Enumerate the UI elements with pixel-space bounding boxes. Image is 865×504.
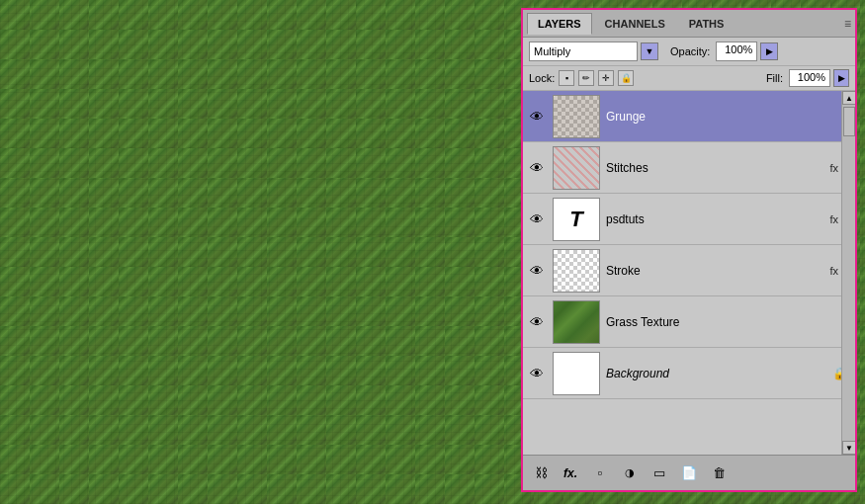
thumb-grunge-img — [554, 96, 599, 137]
layer-fx-stitches: fx — [830, 162, 839, 174]
layers-list: 👁 Grunge 👁 Stitches fx ▼ 👁 T psdtuts fx … — [523, 91, 855, 455]
add-mask-icon[interactable]: ▫ — [588, 462, 612, 485]
scrollbar-down-btn[interactable]: ▼ — [842, 441, 855, 455]
scrollbar-thumb[interactable] — [843, 107, 855, 136]
panel-menu-icon[interactable]: ≡ — [844, 17, 851, 31]
layer-row-stroke[interactable]: 👁 Stroke fx ▼ — [523, 245, 855, 296]
layer-name-background: Background — [606, 367, 832, 380]
blend-mode-row: Multiply ▼ Opacity: 100% ▶ — [523, 38, 855, 66]
layer-row-psdtuts[interactable]: 👁 T psdtuts fx ▼ — [523, 194, 855, 245]
thumb-grass-img — [554, 301, 599, 343]
layer-thumb-grunge — [553, 95, 600, 138]
layer-eye-psdtuts[interactable]: 👁 — [527, 210, 547, 229]
opacity-input[interactable]: 100% — [716, 42, 757, 61]
layer-row-grass-texture[interactable]: 👁 Grass Texture — [523, 296, 855, 348]
layer-name-grass-texture: Grass Texture — [606, 315, 851, 329]
layer-row-stitches[interactable]: 👁 Stitches fx ▼ — [523, 142, 855, 194]
fill-input[interactable]: 100% — [789, 69, 830, 87]
fill-label: Fill: — [766, 72, 783, 84]
blend-mode-arrow[interactable]: ▼ — [641, 42, 658, 60]
link-layers-icon[interactable]: ⛓ — [529, 462, 553, 485]
layer-row-background[interactable]: 👁 Background 🔒 — [523, 348, 855, 399]
layer-thumb-stitches — [553, 146, 600, 190]
group-layers-icon[interactable]: ▭ — [648, 462, 671, 485]
lock-transparent-icon[interactable]: ▪ — [559, 70, 574, 86]
thumb-text-img: T — [554, 199, 599, 240]
opacity-label: Opacity: — [670, 45, 710, 57]
blend-mode-select[interactable]: Multiply — [529, 42, 638, 61]
layer-eye-stitches[interactable]: 👁 — [527, 158, 547, 178]
scrollbar-up-btn[interactable]: ▲ — [842, 91, 855, 105]
tab-paths[interactable]: PATHS — [678, 13, 735, 35]
tab-bar: LAYERS CHANNELS PATHS ≡ — [523, 10, 855, 38]
layer-eye-background[interactable]: 👁 — [527, 364, 547, 383]
layers-panel: LAYERS CHANNELS PATHS ≡ Multiply ▼ Opaci… — [521, 8, 857, 492]
layer-name-psdtuts: psdtuts — [606, 212, 830, 226]
layer-thumb-grass-texture — [553, 300, 600, 344]
layer-name-stroke: Stroke — [606, 264, 830, 278]
layer-name-grunge: Grunge — [606, 110, 851, 124]
scrollbar-track[interactable]: ▲ ▼ — [841, 91, 855, 455]
layer-thumb-stroke — [553, 249, 600, 293]
add-fx-icon[interactable]: fx. — [559, 462, 582, 485]
lock-all-icon[interactable]: 🔒 — [618, 70, 634, 86]
delete-layer-icon[interactable]: 🗑 — [707, 462, 731, 485]
lock-paint-icon[interactable]: ✏ — [578, 70, 594, 86]
lock-row: Lock: ▪ ✏ ✛ 🔒 Fill: 100% ▶ — [523, 66, 855, 91]
layer-eye-grass-texture[interactable]: 👁 — [527, 312, 547, 332]
tab-layers[interactable]: LAYERS — [527, 13, 592, 35]
lock-label: Lock: — [529, 72, 555, 84]
thumb-stroke-img — [554, 250, 599, 292]
layer-eye-grunge[interactable]: 👁 — [527, 107, 547, 126]
blend-mode-value: Multiply — [534, 45, 570, 57]
tab-channels[interactable]: CHANNELS — [594, 13, 676, 35]
fill-arrow[interactable]: ▶ — [833, 69, 849, 87]
adjustment-icon[interactable]: ◑ — [618, 462, 642, 485]
layer-row-grunge[interactable]: 👁 Grunge — [523, 91, 855, 142]
layer-name-stitches: Stitches — [606, 161, 830, 175]
layer-thumb-background — [553, 352, 600, 395]
layer-fx-psdtuts: fx — [830, 213, 839, 225]
opacity-arrow[interactable]: ▶ — [760, 42, 778, 60]
thumb-stitches-img — [554, 147, 599, 189]
thumb-background-img — [554, 353, 599, 394]
bottom-toolbar: ⛓ fx. ▫ ◑ ▭ 📄 🗑 — [523, 455, 855, 490]
layer-thumb-psdtuts: T — [553, 198, 600, 241]
layer-eye-stroke[interactable]: 👁 — [527, 261, 547, 281]
layer-fx-stroke: fx — [830, 265, 839, 277]
lock-move-icon[interactable]: ✛ — [598, 70, 614, 86]
new-layer-icon[interactable]: 📄 — [677, 462, 701, 485]
